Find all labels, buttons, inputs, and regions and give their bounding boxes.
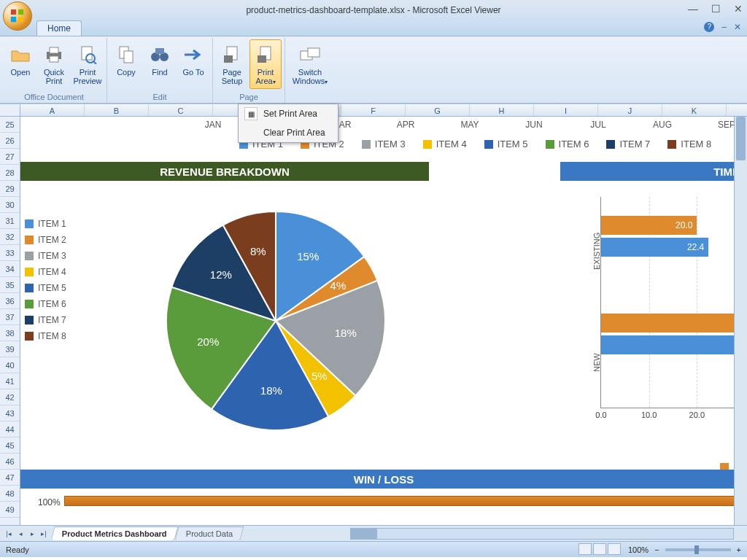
- row-31[interactable]: 31: [0, 213, 20, 229]
- pie-chart: ITEM 1ITEM 2ITEM 3ITEM 4ITEM 5ITEM 6ITEM…: [20, 190, 429, 452]
- ribbon-close-icon[interactable]: ✕: [734, 22, 741, 32]
- row-33[interactable]: 33: [0, 245, 20, 261]
- status-ready: Ready: [6, 545, 29, 554]
- tab-nav-first[interactable]: |◂: [3, 530, 15, 537]
- svg-line-9: [93, 61, 96, 64]
- col-G[interactable]: G: [406, 104, 470, 116]
- col-H[interactable]: H: [470, 104, 534, 116]
- zoom-out-button[interactable]: −: [654, 545, 659, 554]
- set-print-area-icon: ▦: [244, 107, 258, 120]
- print-area-icon: [254, 43, 277, 66]
- office-button[interactable]: [3, 1, 32, 31]
- row-38[interactable]: 38: [0, 325, 20, 341]
- row-41[interactable]: 41: [0, 373, 20, 389]
- legend-item: ITEM 4: [423, 139, 467, 149]
- zoom-slider[interactable]: [665, 548, 731, 551]
- col-B[interactable]: B: [85, 104, 149, 116]
- print-area-button[interactable]: Print Area▾: [249, 39, 282, 89]
- ribbon-minimize-icon[interactable]: –: [721, 22, 727, 32]
- folder-open-icon: [9, 43, 32, 66]
- svg-rect-0: [11, 9, 16, 15]
- tab-home[interactable]: Home: [36, 20, 82, 36]
- group-page: Page: [216, 93, 282, 103]
- page-setup-button[interactable]: Page Setup: [216, 39, 248, 89]
- row-48[interactable]: 48: [0, 486, 20, 502]
- row-42[interactable]: 42: [0, 389, 20, 405]
- svg-text:12%: 12%: [210, 268, 232, 281]
- view-buttons[interactable]: [578, 543, 622, 556]
- row-45[interactable]: 45: [0, 438, 20, 454]
- row-37[interactable]: 37: [0, 309, 20, 325]
- svg-text:20%: 20%: [197, 335, 219, 348]
- menu-clear-print-area[interactable]: .Clear Print Area: [239, 123, 338, 142]
- row-39[interactable]: 39: [0, 341, 20, 357]
- row-25[interactable]: 25: [0, 117, 20, 133]
- row-43[interactable]: 43: [0, 405, 20, 421]
- find-button[interactable]: Find: [144, 39, 176, 89]
- horizontal-scrollbar[interactable]: [350, 528, 734, 540]
- time-header: TIME: [560, 162, 747, 181]
- winloss-header: WIN / LOSS: [20, 470, 747, 489]
- row-32[interactable]: 32: [0, 229, 20, 245]
- svg-rect-11: [124, 51, 133, 63]
- svg-rect-14: [155, 48, 164, 54]
- month-MAY: MAY: [438, 120, 502, 130]
- select-all-cell[interactable]: [0, 104, 20, 116]
- svg-rect-16: [224, 55, 233, 63]
- print-preview-button[interactable]: Print Preview: [71, 39, 104, 89]
- switch-windows-button[interactable]: Switch Windows▾: [288, 39, 332, 89]
- legend-item: ITEM 3: [362, 139, 406, 149]
- col-J[interactable]: J: [598, 104, 662, 116]
- row-28[interactable]: 28: [0, 165, 20, 181]
- svg-rect-3: [18, 17, 23, 22]
- row-35[interactable]: 35: [0, 277, 20, 293]
- row-40[interactable]: 40: [0, 357, 20, 373]
- svg-rect-20: [308, 48, 320, 57]
- row-26[interactable]: 26: [0, 133, 20, 149]
- row-36[interactable]: 36: [0, 293, 20, 309]
- row-49[interactable]: 49: [0, 502, 20, 518]
- help-icon[interactable]: ?: [704, 22, 714, 32]
- vertical-scrollbar[interactable]: [734, 117, 747, 528]
- close-button[interactable]: ✕: [734, 3, 743, 15]
- arrow-right-icon: [182, 43, 205, 66]
- tab-nav-last[interactable]: ▸|: [38, 530, 50, 537]
- maximize-button[interactable]: ☐: [711, 3, 721, 15]
- row-29[interactable]: 29: [0, 181, 20, 197]
- row-46[interactable]: 46: [0, 454, 20, 470]
- row-44[interactable]: 44: [0, 421, 20, 438]
- zoom-in-button[interactable]: +: [737, 545, 741, 554]
- pie-legend-item: ITEM 5: [25, 283, 66, 293]
- month-JUN: JUN: [502, 120, 566, 130]
- col-F[interactable]: F: [341, 104, 406, 116]
- sheet-tab-dashboard[interactable]: Product Metrics Dashboard: [50, 526, 178, 540]
- zoom-level[interactable]: 100%: [628, 545, 649, 554]
- row-30[interactable]: 30: [0, 197, 20, 213]
- svg-text:8%: 8%: [250, 245, 266, 257]
- row-34[interactable]: 34: [0, 261, 20, 277]
- worksheet-canvas[interactable]: JANFEBMARAPRMAYJUNJULAUGSEP ITEM 1ITEM 2…: [20, 117, 747, 525]
- month-JUL: JUL: [566, 120, 630, 130]
- col-A[interactable]: A: [20, 104, 85, 116]
- quick-print-button[interactable]: Quick Print: [38, 39, 70, 89]
- ribbon-tab-row: Home: [0, 20, 747, 36]
- sheet-tab-product-data[interactable]: Product Data: [174, 526, 244, 540]
- switch-windows-icon: [298, 43, 322, 66]
- menu-set-print-area[interactable]: ▦Set Print Area: [239, 104, 338, 123]
- tab-nav-next[interactable]: ▸: [26, 530, 38, 537]
- pie-legend-item: ITEM 7: [25, 315, 66, 325]
- page-setup-icon: [220, 43, 244, 66]
- row-27[interactable]: 27: [0, 149, 20, 165]
- open-button[interactable]: Open: [4, 39, 36, 89]
- legend-item: ITEM 6: [546, 139, 589, 149]
- col-K[interactable]: K: [662, 104, 727, 116]
- pie-legend-item: ITEM 6: [25, 299, 66, 309]
- tab-nav-prev[interactable]: ◂: [15, 530, 26, 537]
- col-C[interactable]: C: [149, 104, 213, 116]
- row-47[interactable]: 47: [0, 470, 20, 486]
- copy-button[interactable]: Copy: [110, 39, 142, 89]
- goto-button[interactable]: Go To: [177, 39, 209, 89]
- col-I[interactable]: I: [534, 104, 598, 116]
- minimize-button[interactable]: —: [688, 3, 698, 15]
- month-JAN: JAN: [181, 120, 245, 130]
